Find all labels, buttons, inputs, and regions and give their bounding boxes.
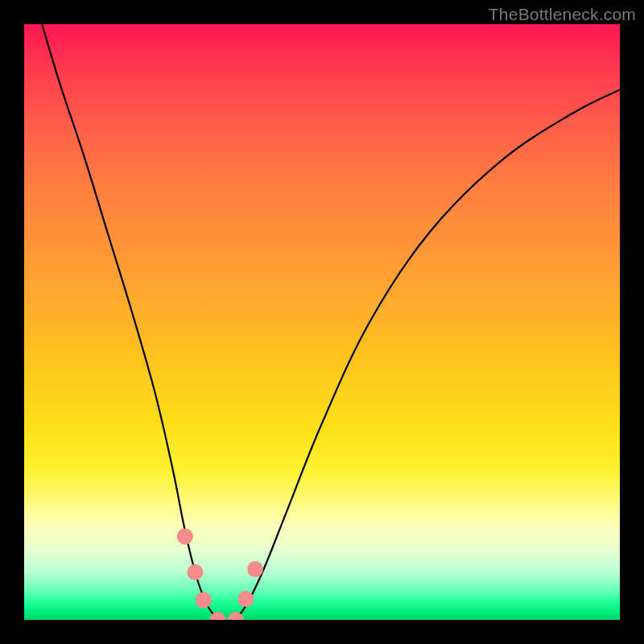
watermark: TheBottleneck.com bbox=[489, 5, 636, 24]
plot-area bbox=[24, 24, 620, 620]
marker-left-3 bbox=[196, 592, 212, 609]
bottleneck-curve-svg bbox=[24, 24, 620, 620]
marker-left-1 bbox=[177, 528, 193, 544]
marker-left-2 bbox=[187, 564, 203, 580]
bottleneck-curve bbox=[42, 24, 620, 620]
marker-right-2 bbox=[247, 561, 263, 577]
curve-markers bbox=[177, 528, 263, 620]
marker-right-1 bbox=[237, 591, 254, 607]
